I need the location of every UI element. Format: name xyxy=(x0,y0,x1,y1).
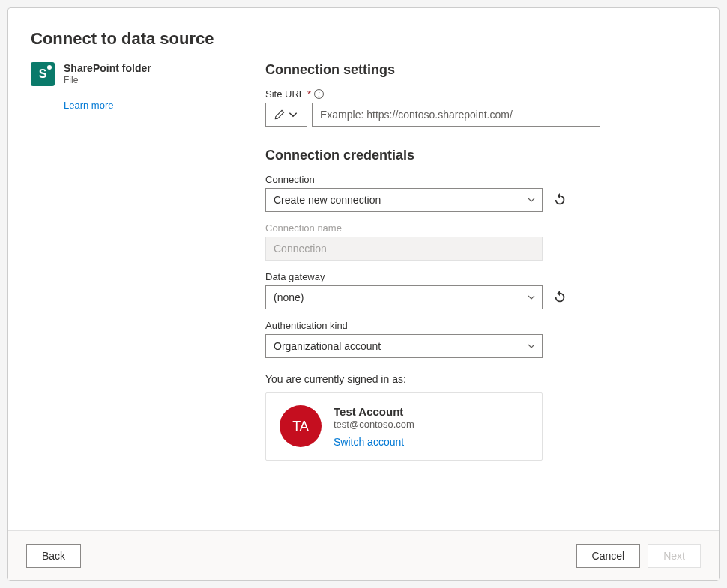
chevron-down-icon xyxy=(527,342,536,351)
site-url-input[interactable] xyxy=(312,103,600,127)
account-email: test@contoso.com xyxy=(334,419,414,430)
pencil-icon xyxy=(274,109,285,120)
source-title: SharePoint folder xyxy=(64,62,151,74)
connection-label: Connection xyxy=(265,174,696,185)
required-indicator: * xyxy=(307,88,311,100)
source-text: SharePoint folder File xyxy=(64,62,151,86)
auth-row: Organizational account xyxy=(265,334,696,358)
chevron-down-icon xyxy=(288,109,298,120)
connection-credentials-title: Connection credentials xyxy=(265,148,696,163)
site-url-label: Site URL * i xyxy=(265,88,696,100)
source-item: S SharePoint folder File xyxy=(31,62,229,86)
auth-value: Organizational account xyxy=(274,340,381,352)
account-card: TA Test Account test@contoso.com Switch … xyxy=(265,392,543,461)
gateway-label: Data gateway xyxy=(265,271,696,282)
sharepoint-icon: S xyxy=(31,62,55,86)
input-mode-button[interactable] xyxy=(265,103,307,127)
connection-name-input xyxy=(265,237,543,261)
next-button: Next xyxy=(648,544,701,568)
dialog-title: Connect to data source xyxy=(31,29,696,49)
left-panel: S SharePoint folder File Learn more xyxy=(31,62,244,530)
connection-value: Create new connection xyxy=(274,194,381,206)
cancel-button[interactable]: Cancel xyxy=(576,544,641,568)
dialog-footer: Back Cancel Next xyxy=(8,530,719,580)
refresh-icon xyxy=(553,193,567,207)
footer-right: Cancel Next xyxy=(576,544,701,568)
gateway-row: (none) xyxy=(265,285,696,309)
connection-row: Create new connection xyxy=(265,188,696,212)
signed-in-label: You are currently signed in as: xyxy=(265,373,696,385)
chevron-down-icon xyxy=(527,196,536,204)
account-name: Test Account xyxy=(334,405,414,418)
avatar: TA xyxy=(280,405,322,447)
right-panel: Connection settings Site URL * i Connect… xyxy=(244,62,696,530)
site-url-label-text: Site URL xyxy=(265,88,304,100)
connection-settings-title: Connection settings xyxy=(265,62,696,78)
switch-account-link[interactable]: Switch account xyxy=(334,436,414,448)
gateway-select[interactable]: (none) xyxy=(265,285,543,309)
refresh-icon xyxy=(553,291,567,304)
gateway-value: (none) xyxy=(274,291,304,303)
source-subtitle: File xyxy=(64,75,151,85)
site-url-row xyxy=(265,103,696,127)
dialog-body: S SharePoint folder File Learn more Conn… xyxy=(8,62,719,530)
connect-dialog: Connect to data source S SharePoint fold… xyxy=(7,7,720,581)
account-info: Test Account test@contoso.com Switch acc… xyxy=(334,405,414,448)
connection-name-label: Connection name xyxy=(265,222,696,234)
auth-label: Authentication kind xyxy=(265,320,696,331)
info-icon[interactable]: i xyxy=(314,89,324,99)
connection-refresh-button[interactable] xyxy=(552,192,568,208)
auth-select[interactable]: Organizational account xyxy=(265,334,543,358)
connection-select[interactable]: Create new connection xyxy=(265,188,543,212)
dialog-header: Connect to data source xyxy=(8,8,719,62)
back-button[interactable]: Back xyxy=(26,544,81,568)
learn-more-link[interactable]: Learn more xyxy=(64,100,229,111)
gateway-refresh-button[interactable] xyxy=(552,289,568,306)
chevron-down-icon xyxy=(527,293,536,302)
